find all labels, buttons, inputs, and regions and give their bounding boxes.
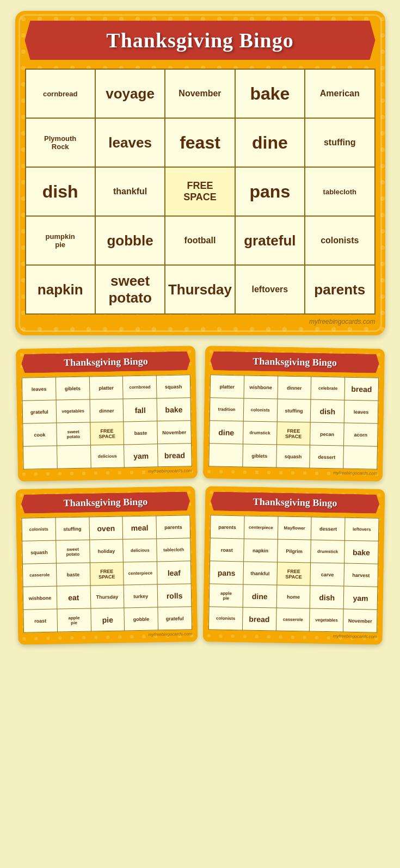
small-table-cell: celebrate [311,377,345,400]
main-bingo-table: cornbreadvoyageNovemberbakeAmericanPlymo… [25,69,376,315]
small-table-cell [23,446,57,469]
small-table-cell: applepie [209,584,243,607]
small-table-cell: casserole [22,563,57,587]
small-table-cell: squash [156,375,190,398]
small-table-cell: dish [310,399,344,423]
small-cards-row-1: Thanksgiving Bingo leavesgibletsplatterc… [10,347,391,480]
table-cell: colonists [305,216,374,265]
small-title-4: Thanksgiving Bingo [216,495,373,509]
small-table-cell: dish [310,586,344,609]
small-table-cell: bake [344,540,378,564]
table-cell: pans [235,167,305,216]
small-table-cell: holiday [89,539,124,563]
small-table-cell: tablecloth [156,538,190,562]
table-cell: dish [26,167,95,216]
small-watermark-3: myfreebingocards.com [23,631,192,639]
small-table-cell: baste [56,563,90,586]
small-table-cell: FREESPACE [276,422,311,445]
small-table-cell: squash [22,540,56,564]
small-banner-1: Thanksgiving Bingo [21,351,190,373]
small-table-4: parentscenterpieceMayflowerdessertleftov… [208,515,379,632]
small-table-cell: leaves [22,377,56,401]
table-cell: voyage [95,69,165,118]
small-table-cell: centerpiece [123,562,157,585]
table-cell: pumpkinpie [26,216,95,265]
small-table-cell: napkin [243,539,278,562]
small-table-cell: fall [123,398,157,422]
small-table-cell: vegetables [309,608,343,632]
small-table-cell: yam [343,586,378,610]
small-table-cell: pans [209,561,243,584]
table-cell: napkin [26,265,95,314]
small-table-cell: bread [344,377,379,401]
table-cell: thankful [95,167,165,216]
small-table-cell: Mayflower [277,516,311,540]
small-table-cell: sweetpotato [56,422,90,446]
small-table-cell: harvest [344,563,378,587]
small-table-cell: dine [242,584,276,608]
small-table-cell: drumstick [310,540,344,563]
small-table-cell: cornbread [122,375,157,399]
small-table-cell: stuffing [55,517,89,540]
small-table-cell: delicious [123,539,157,562]
table-cell: sweetpotato [95,265,165,314]
small-table-cell: centerpiece [244,516,278,539]
small-table-cell: bread [157,444,192,467]
small-table-cell: sweetpotato [56,540,90,563]
table-cell: leaves [95,118,165,167]
small-table-cell [343,446,377,469]
small-card-4: Thanksgiving Bingo parentscenterpieceMay… [202,486,385,645]
table-cell: leftovers [235,265,305,314]
small-table-cell: dinner [277,376,311,399]
table-cell: tablecloth [305,167,374,216]
small-table-cell: colonists [21,518,56,541]
small-watermark-2: myfreebingocards.com [208,468,377,476]
small-table-cell: November [343,609,377,632]
table-cell: dine [235,118,305,167]
small-title-1: Thanksgiving Bingo [27,355,184,369]
small-table-cell: FREESPACE [90,422,124,445]
small-table-cell: November [157,421,191,444]
small-table-cell: stuffing [276,399,311,422]
small-table-cell: leaf [157,561,191,584]
small-table-cell: roast [23,609,57,632]
small-table-cell: giblets [56,377,90,400]
table-cell: Thursday [165,265,235,314]
small-table-cell: meal [122,516,157,539]
small-table-cell: wishbone [243,375,278,399]
small-table-cell: Pilgrim [277,539,311,563]
small-table-cell: casserole [275,608,310,631]
small-table-cell [57,445,91,469]
small-table-cell: dine [209,421,243,444]
table-cell: feast [165,118,235,167]
small-card-2: Thanksgiving Bingo platterwishbonedinner… [202,346,384,482]
small-table-3: colonistsstuffingovenmealparentssquashsw… [21,515,192,632]
small-title-3: Thanksgiving Bingo [26,495,184,509]
small-table-cell: acorn [343,423,378,446]
table-cell: PlymouthRock [26,118,95,167]
small-banner-3: Thanksgiving Bingo [21,491,190,513]
small-banner-4: Thanksgiving Bingo [210,491,379,513]
table-cell: FREESPACE [165,167,235,216]
small-table-cell: tradition [210,398,244,421]
small-watermark-4: myfreebingocards.com [208,631,377,639]
small-table-cell: colonists [208,607,243,630]
small-table-cell: grateful [158,607,192,630]
small-table-cell: platter [210,375,244,398]
small-table-cell: eat [56,586,90,609]
small-table-cell: vegetables [56,399,90,423]
small-table-cell: yam [124,444,158,467]
small-table-cell: turkey [124,584,158,608]
small-table-cell: delicious [90,445,125,468]
small-watermark-1: myfreebingocards.com [23,468,192,476]
small-table-cell: platter [89,376,123,399]
small-title-2: Thanksgiving Bingo [216,355,373,369]
table-cell: stuffing [305,118,374,167]
main-bingo-card: Thanksgiving Bingo cornbreadvoyageNovemb… [15,11,385,335]
small-table-cell: rolls [157,584,192,607]
main-title: Thanksgiving Bingo [36,28,365,52]
table-cell: November [165,69,235,118]
small-table-2: platterwishbonedinnercelebratebreadtradi… [208,374,379,469]
small-table-1: leavesgibletsplattercornbreadsquashgrate… [21,374,192,469]
small-table-cell: pecan [310,422,344,446]
